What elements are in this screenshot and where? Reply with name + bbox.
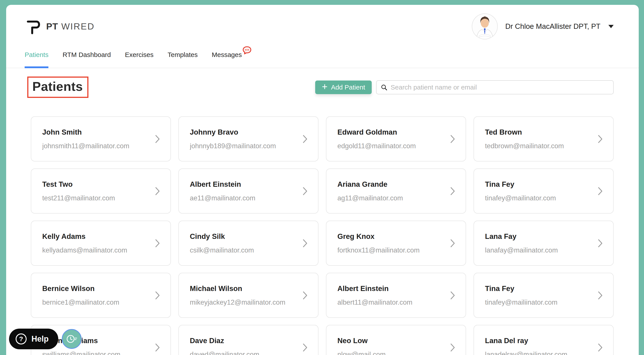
patient-name: Greg Knox (338, 232, 442, 241)
patient-card[interactable]: Ariana Grande ag11@mailinator.com (326, 168, 466, 214)
patient-email: mikeyjackey12@mailinator.com (190, 298, 294, 306)
patient-name: Cindy Silk (190, 232, 294, 241)
patient-card[interactable]: Dave Diaz daved@mailinator.com (178, 325, 318, 355)
patient-email: fortknox11@mailinator.com (338, 246, 442, 254)
patient-email: kellyadams@mailinator.com (42, 246, 146, 254)
patient-card[interactable]: Michael Wilson mikeyjackey12@mailinator.… (178, 273, 318, 318)
patient-card[interactable]: Ted Brown tedbrown@mailinator.com (474, 116, 614, 162)
patient-name: Ariana Grande (338, 180, 442, 188)
patient-email: swilliams@mailinator.com (42, 350, 146, 355)
tab-templates[interactable]: Templates (168, 51, 198, 68)
patient-card[interactable]: Albert Einstein albert11@mailinator.com (326, 273, 466, 318)
patient-card[interactable]: Kelly Adams kellyadams@mailinator.com (31, 220, 171, 266)
patient-card[interactable]: Tina Fey tinafey@mailiinator.com (474, 273, 614, 318)
patient-card[interactable]: Lana Fay lanafay@mailinator.com (474, 220, 614, 266)
patient-email: bernice1@mailinator.com (42, 298, 146, 306)
chevron-right-icon (302, 134, 308, 144)
tab-rtm-dashboard[interactable]: RTM Dashboard (62, 51, 111, 68)
patient-card[interactable]: Tina Fey tinafey@mailinator.com (474, 168, 614, 214)
chevron-right-icon (449, 343, 456, 352)
patient-card[interactable]: Neo Low nlow@mail.com (326, 325, 466, 355)
brand-logo: PT WIRED (25, 15, 94, 38)
patient-card[interactable]: Cindy Silk csilk@mailinator.com (178, 220, 318, 266)
ptwired-logo-icon (25, 15, 42, 38)
patient-card[interactable]: Bernice Wilson bernice1@mailinator.com (31, 273, 171, 318)
chevron-right-icon (154, 186, 161, 196)
chevron-right-icon (154, 134, 161, 144)
patient-email: csilk@mailinator.com (190, 246, 294, 254)
patient-card[interactable]: John Smith johnsmith11@mailinator.com (31, 116, 171, 162)
history-clock-button[interactable] (62, 329, 82, 349)
patient-name: John Smith (42, 128, 146, 136)
chevron-right-icon (154, 291, 161, 300)
patient-name: Tina Fey (485, 284, 589, 293)
clock-icon (66, 334, 78, 344)
patient-email: ae11@mailinator.com (190, 194, 294, 202)
patient-email: johnsmith11@mailinator.com (42, 142, 146, 150)
help-button[interactable]: ? Help (9, 328, 58, 349)
patient-card[interactable]: Albert Einstein ae11@mailinator.com (178, 168, 318, 214)
chevron-right-icon (597, 291, 604, 300)
patient-card[interactable]: Edward Goldman edgold11@mailinator.com (326, 116, 466, 162)
patient-card[interactable]: Greg Knox fortknox11@mailinator.com (326, 220, 466, 266)
chevron-right-icon (302, 239, 308, 248)
user-menu[interactable]: Dr Chloe MacAllister DPT, PT (472, 14, 614, 39)
title-annotation-box: Patients (27, 76, 88, 98)
user-name: Dr Chloe MacAllister DPT, PT (505, 22, 600, 30)
patient-name: Tina Fey (485, 180, 589, 188)
plus-icon: + (322, 82, 328, 92)
patient-email: ag11@mailinator.com (338, 194, 442, 202)
chevron-right-icon (449, 186, 456, 196)
patient-email: albert11@mailinator.com (338, 298, 442, 306)
patient-email: daved@mailinator.com (190, 350, 294, 355)
patient-email: tinafey@mailinator.com (485, 194, 589, 202)
patient-email: nlow@mail.com (338, 350, 442, 355)
brand-name-bold: PT (46, 21, 58, 32)
page-title: Patients (32, 79, 83, 94)
chevron-right-icon (449, 291, 456, 300)
search-icon (380, 84, 388, 91)
help-label: Help (32, 334, 48, 344)
tab-exercises[interactable]: Exercises (125, 51, 154, 68)
patient-card[interactable]: Lana Del ray lanadelray@mailinator.com (474, 325, 614, 355)
patient-name: Kelly Adams (42, 232, 146, 241)
patient-name: Bernice Wilson (42, 284, 146, 293)
patient-card[interactable]: Johnny Bravo johnnyb189@mailinator.com (178, 116, 318, 162)
main-nav: PatientsRTM DashboardExercisesTemplatesM… (6, 51, 639, 68)
patient-email: tinafey@mailiinator.com (485, 298, 589, 306)
search-input[interactable] (390, 84, 609, 91)
add-patient-button[interactable]: + Add Patient (315, 80, 372, 94)
patient-name: Lana Del ray (485, 336, 589, 345)
patient-name: Johnny Bravo (190, 128, 294, 136)
patient-name: Neo Low (338, 336, 442, 345)
chevron-right-icon (597, 186, 604, 196)
chevron-right-icon (302, 186, 308, 196)
chevron-right-icon (597, 239, 604, 248)
search-box (376, 80, 614, 94)
chevron-right-icon (154, 239, 161, 248)
tab-patients[interactable]: Patients (25, 51, 48, 68)
patient-name: Test Two (42, 180, 146, 188)
chevron-right-icon (449, 134, 456, 144)
question-icon: ? (16, 334, 26, 344)
patient-email: tedbrown@mailinator.com (485, 142, 589, 150)
chevron-right-icon (449, 239, 456, 248)
patient-name: Dave Diaz (190, 336, 294, 345)
toolbar: Patients + Add Patient (27, 76, 614, 98)
chevron-right-icon (302, 343, 308, 352)
patient-grid: John Smith johnsmith11@mailinator.com Jo… (31, 116, 614, 355)
avatar (472, 14, 498, 39)
chevron-right-icon (154, 343, 161, 352)
tab-messages[interactable]: Messages (212, 51, 242, 68)
patient-card[interactable]: Test Two test211@mailinator.com (31, 168, 171, 214)
patient-email: test211@mailinator.com (42, 194, 146, 202)
patient-email: lanadelray@mailinator.com (485, 350, 589, 355)
brand-name-light: WIRED (61, 21, 94, 32)
patient-name: Edward Goldman (338, 128, 442, 136)
unread-messages-badge-icon (242, 46, 252, 55)
patient-name: Albert Einstein (190, 180, 294, 188)
content-panel: PT WIRED Dr Chloe MacAllister DPT, PT (6, 5, 639, 355)
patient-email: edgold11@mailinator.com (338, 142, 442, 150)
patient-name: Lana Fay (485, 232, 589, 241)
patient-name: Ted Brown (485, 128, 589, 136)
